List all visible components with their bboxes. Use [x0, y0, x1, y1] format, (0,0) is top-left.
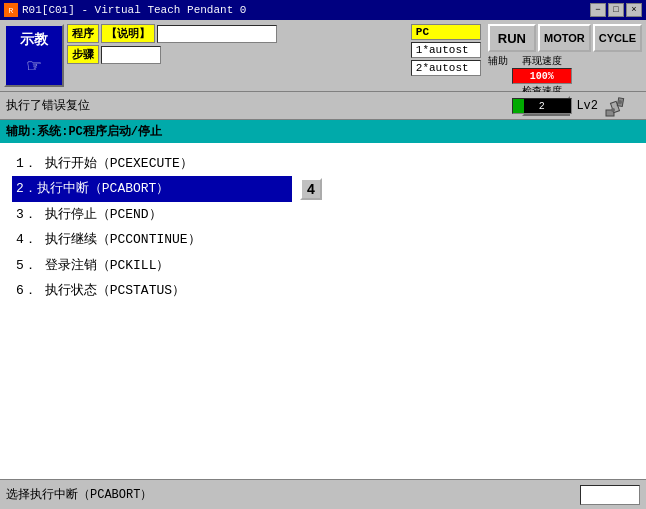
- minimize-button[interactable]: −: [590, 3, 606, 17]
- teach-button[interactable]: 示教 ☞: [4, 24, 64, 87]
- program-row: 程序 【说明】: [67, 24, 408, 43]
- pc-section: PC 1*autost 2*autost: [411, 24, 481, 87]
- item-4-number: 4．: [16, 232, 37, 247]
- program-section: 程序 【说明】 步骤: [67, 24, 408, 87]
- cycle-button[interactable]: CYCLE: [593, 24, 642, 52]
- selection-number: 4: [300, 178, 322, 200]
- teach-label: 示教: [20, 31, 48, 49]
- comment-label: 【说明】: [101, 24, 155, 43]
- window-title: R01[C01] - Virtual Teach Pendant 0: [22, 4, 590, 16]
- hand-icon: ☞: [27, 53, 40, 80]
- lv-label: Lv2: [576, 99, 598, 113]
- item-1-number: 1．: [16, 156, 37, 171]
- program-label: 程序: [67, 24, 99, 43]
- pc-label: PC: [411, 24, 481, 40]
- playback-label: 再现速度: [522, 54, 562, 68]
- bottom-input[interactable]: [580, 485, 640, 505]
- item-6-number: 6．: [16, 283, 37, 298]
- item-5-text: 登录注销（PCKILL）: [45, 258, 170, 273]
- check-speed-value: 2: [539, 101, 545, 112]
- main-window: 示教 ☞ 程序 【说明】 步骤 PC 1*autost 2*autost RUN: [0, 20, 646, 509]
- top-right-panel: RUN MOTOR CYCLE 辅助 再现速度 100% 检查速度: [488, 24, 642, 87]
- item-3-number: 3．: [16, 207, 37, 222]
- toolbar: 示教 ☞ 程序 【说明】 步骤 PC 1*autost 2*autost RUN: [0, 20, 646, 92]
- svg-point-3: [611, 108, 615, 112]
- item-2-number: 2．: [16, 177, 37, 200]
- title-bar: R R01[C01] - Virtual Teach Pendant 0 − □…: [0, 0, 646, 20]
- menu-list: 1． 执行开始（PCEXECUTE） 2． 执行中断（PCABORT） 4 3．…: [0, 143, 646, 479]
- menu-item-1[interactable]: 1． 执行开始（PCEXECUTE）: [12, 151, 634, 176]
- menu-item-3[interactable]: 3． 执行停止（PCEND）: [12, 202, 634, 227]
- speed-value: 100%: [530, 71, 554, 82]
- robot-icon: [604, 92, 640, 120]
- run-button[interactable]: RUN: [488, 24, 536, 52]
- status-text: 执行了错误复位: [6, 97, 90, 114]
- app-icon: R: [4, 3, 18, 17]
- bottom-bar: 选择执行中断（PCABORT）: [0, 479, 646, 509]
- menu-item-4[interactable]: 4． 执行继续（PCCONTINUE）: [12, 227, 634, 252]
- bottom-label: 选择执行中断（PCABORT）: [6, 486, 152, 503]
- speed-bar-container: 100%: [512, 68, 572, 84]
- pc-value2: 2*autost: [411, 60, 481, 76]
- check-speed-bar-container: 2: [512, 98, 572, 114]
- menu-item-2[interactable]: 2． 执行中断（PCABORT）: [12, 176, 292, 201]
- step-label: 步骤: [67, 45, 99, 64]
- menu-item-5[interactable]: 5． 登录注销（PCKILL）: [12, 253, 634, 278]
- window-controls: − □ ×: [590, 3, 642, 17]
- button-row: RUN MOTOR CYCLE: [488, 24, 642, 52]
- step-row: 步骤: [67, 45, 408, 64]
- check-speed-bar: [513, 99, 525, 113]
- assist-label: 辅助: [488, 54, 508, 68]
- item-2-text: 执行中断（PCABORT）: [37, 177, 170, 200]
- item-3-text: 执行停止（PCEND）: [45, 207, 162, 222]
- close-button[interactable]: ×: [626, 3, 642, 17]
- menu-item-6[interactable]: 6． 执行状态（PCSTATUS）: [12, 278, 634, 303]
- program-input[interactable]: [157, 25, 277, 43]
- item-4-text: 执行继续（PCCONTINUE）: [45, 232, 201, 247]
- item-6-text: 执行状态（PCSTATUS）: [45, 283, 185, 298]
- svg-point-4: [618, 100, 622, 104]
- item-5-number: 5．: [16, 258, 37, 273]
- motor-button[interactable]: MOTOR: [538, 24, 591, 52]
- assist-bar: 辅助:系统:PC程序启动/停止: [0, 120, 646, 143]
- item-1-text: 执行开始（PCEXECUTE）: [45, 156, 193, 171]
- pc-value1: 1*autost: [411, 42, 481, 58]
- step-input[interactable]: [101, 46, 161, 64]
- maximize-button[interactable]: □: [608, 3, 624, 17]
